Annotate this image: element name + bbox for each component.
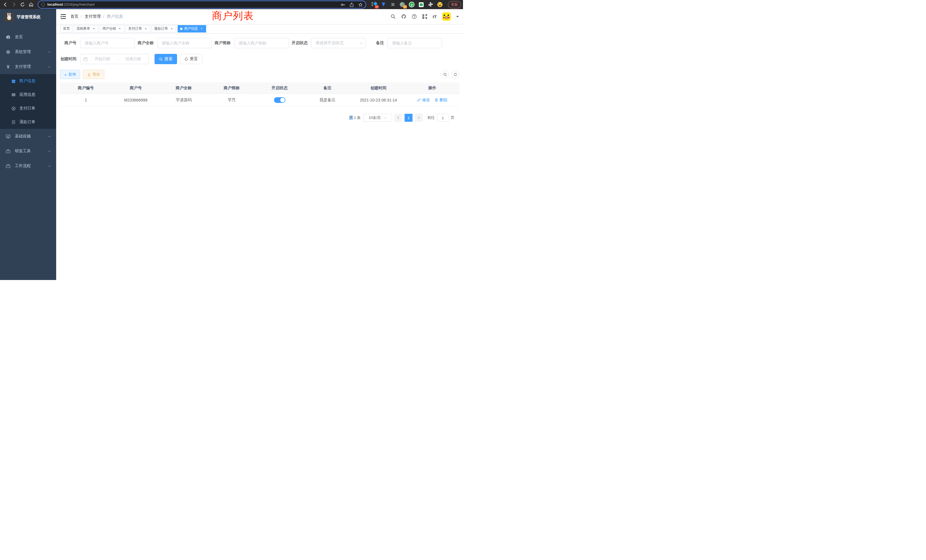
url-text[interactable]: localhost:1024/pay/merchant (47, 3, 94, 6)
extension-gem-icon[interactable] (381, 2, 386, 8)
extension-v-icon[interactable]: y (409, 2, 415, 8)
chevron-down-icon (360, 42, 363, 45)
money-circle-icon (11, 106, 16, 110)
create-time-range-picker[interactable]: 开始日期 - 结束日期 (80, 54, 149, 64)
short-name-input[interactable] (234, 38, 289, 48)
github-icon[interactable] (401, 14, 406, 19)
active-dot (180, 28, 183, 30)
breadcrumb: 首页 / 支付管理 / 商户信息 (70, 14, 123, 19)
merchant-table: 商户编号 商户号 商户全称 商户简称 开启状态 备注 创建时间 操作 1 M23… (60, 82, 459, 107)
plus-icon: + (64, 73, 67, 76)
browser-forward-icon[interactable] (11, 2, 17, 7)
delete-link[interactable]: 删除 (434, 97, 447, 103)
navbar-actions: tT (390, 12, 463, 21)
sidebar-item-infrastructure[interactable]: 基础设施 (0, 129, 56, 144)
search-button[interactable]: 搜索 (154, 54, 177, 64)
short-name-label: 商户简称 (215, 41, 231, 45)
pagination: 共 1 条 10条/页 1 前往 页 (60, 114, 459, 122)
tab-process-form[interactable]: 流程表单× (74, 25, 98, 32)
reset-button[interactable]: 重置 (180, 54, 203, 64)
status-toggle[interactable] (274, 97, 285, 103)
refresh-table-button[interactable] (451, 70, 459, 79)
share-icon[interactable] (350, 3, 354, 7)
toggle-search-button[interactable] (441, 70, 449, 79)
avatar-caret-icon[interactable] (456, 16, 459, 19)
remark-input[interactable] (387, 38, 442, 48)
extension-command-icon[interactable]: ⌘ (390, 2, 396, 8)
refresh-icon (454, 73, 457, 76)
extension-blue-diamond-icon[interactable]: 10 (371, 2, 377, 8)
browser-toolbar: i localhost:1024/pay/merchant 10 ⌘ 1 y 更… (0, 0, 463, 9)
browser-reload-icon[interactable] (20, 2, 25, 7)
yen-icon: ¥ (6, 64, 11, 69)
sidebar-item-dev-tools[interactable]: 研发工具 (0, 144, 56, 159)
tab-user-group[interactable]: 用户分组× (100, 25, 124, 32)
sidebar-item-refund-order[interactable]: 退款订单 (0, 115, 56, 129)
close-icon[interactable]: × (169, 27, 174, 31)
search-icon[interactable] (390, 14, 396, 19)
status-select[interactable]: 请选择开启状态 (311, 38, 366, 48)
goto-page-input[interactable] (437, 114, 448, 122)
search-icon (443, 73, 447, 76)
full-name-input[interactable] (157, 38, 212, 48)
browser-update-button[interactable]: 更新 (448, 1, 461, 8)
page-size-select[interactable]: 10条/页 (363, 114, 392, 122)
fullscreen-icon[interactable] (422, 14, 427, 19)
col-header-actions: 操作 (406, 86, 459, 91)
bookmark-star-icon[interactable] (359, 3, 363, 7)
tab-pay-order[interactable]: 支付订单× (126, 25, 150, 32)
sidebar-item-workflow[interactable]: 工作流程 (0, 159, 56, 173)
tab-refund-order[interactable]: 退款订单× (152, 25, 176, 32)
table-toolbar: + 新增 导出 (60, 70, 459, 79)
close-icon[interactable]: × (92, 27, 96, 31)
chevron-right-icon (418, 117, 420, 119)
merchant-no-input[interactable] (80, 38, 135, 48)
end-date-placeholder: 结束日期 (121, 56, 146, 62)
help-icon[interactable] (412, 14, 417, 19)
breadcrumb-home[interactable]: 首页 (70, 14, 79, 19)
app-logo-row[interactable]: 芋道管理系统 (0, 9, 56, 25)
monitor-icon (6, 134, 11, 139)
add-button[interactable]: + 新增 (60, 70, 80, 79)
trash-icon (434, 98, 438, 102)
next-page-button[interactable] (415, 114, 423, 122)
sidebar-item-payment[interactable]: ¥ 支付管理 (0, 59, 56, 74)
col-header-status: 开启状态 (256, 86, 303, 91)
site-info-icon[interactable]: i (41, 3, 45, 6)
browser-back-icon[interactable] (3, 2, 8, 7)
extension-recorder-icon[interactable]: 1 (399, 2, 405, 8)
extensions-puzzle-icon[interactable] (428, 2, 433, 8)
password-key-icon[interactable] (341, 3, 345, 7)
font-size-icon[interactable]: tT (433, 14, 437, 19)
calendar-icon (83, 57, 88, 61)
document-icon (11, 120, 16, 124)
browser-home-icon[interactable] (29, 2, 34, 7)
sidebar-fold-icon[interactable] (61, 14, 66, 19)
user-avatar[interactable] (442, 12, 451, 21)
tab-merchant-active[interactable]: 商户信息× (178, 25, 206, 32)
full-name-label: 商户全称 (138, 41, 154, 45)
close-icon[interactable]: × (144, 27, 148, 31)
prev-page-button[interactable] (394, 114, 402, 122)
breadcrumb-payment[interactable]: 支付管理 (85, 14, 101, 19)
annotation-title: 商户列表 (212, 9, 254, 23)
sidebar-item-application[interactable]: 应用信息 (0, 88, 56, 101)
sidebar-item-pay-order[interactable]: 支付订单 (0, 101, 56, 115)
sidebar-item-merchant[interactable]: 商户信息 (0, 74, 56, 88)
create-time-label: 创建时间 (60, 56, 76, 62)
address-bar[interactable]: i localhost:1024/pay/merchant (38, 1, 366, 8)
tab-home[interactable]: 首页 (61, 25, 73, 32)
close-icon[interactable]: × (200, 27, 204, 31)
sidebar-item-home[interactable]: 首页 (0, 30, 56, 44)
payment-submenu: 商户信息 应用信息 支付订单 退款订单 (0, 74, 56, 129)
export-button[interactable]: 导出 (83, 70, 104, 79)
close-icon[interactable]: × (118, 27, 122, 31)
edit-link[interactable]: 修改 (417, 97, 430, 103)
toolbox-icon (6, 149, 11, 154)
extension-chat-icon[interactable] (418, 2, 424, 8)
search-form-row-1: 商户号 商户全称 商户简称 开启状态 请选择开启状态 (60, 38, 459, 48)
sidebar-item-system[interactable]: 系统管理 (0, 44, 56, 59)
page-number-1[interactable]: 1 (404, 114, 413, 122)
profile-emoji-icon[interactable] (437, 2, 443, 8)
dashboard-icon (6, 35, 11, 39)
